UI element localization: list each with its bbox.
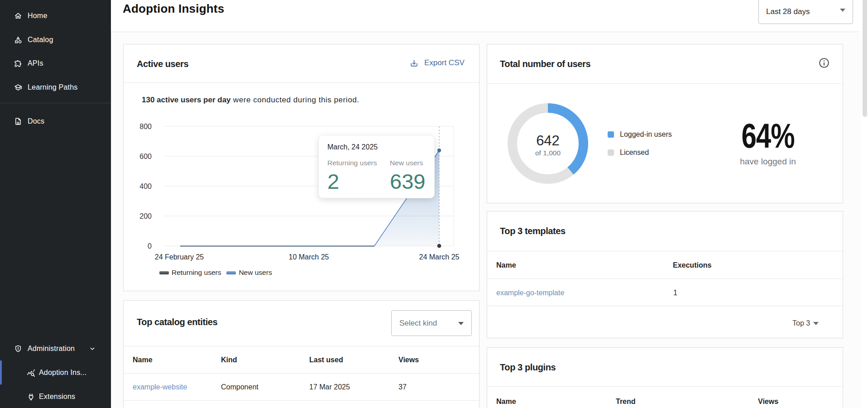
svg-text:24 March 25: 24 March 25 [419,253,460,261]
svg-text:10 March 25: 10 March 25 [289,253,329,261]
svg-text:800: 800 [139,123,152,130]
svg-text:0: 0 [148,242,152,250]
svg-text:400: 400 [139,182,152,190]
svg-text:200: 200 [139,212,152,220]
svg-text:24 February 25: 24 February 25 [155,253,204,261]
svg-text:600: 600 [139,153,152,160]
